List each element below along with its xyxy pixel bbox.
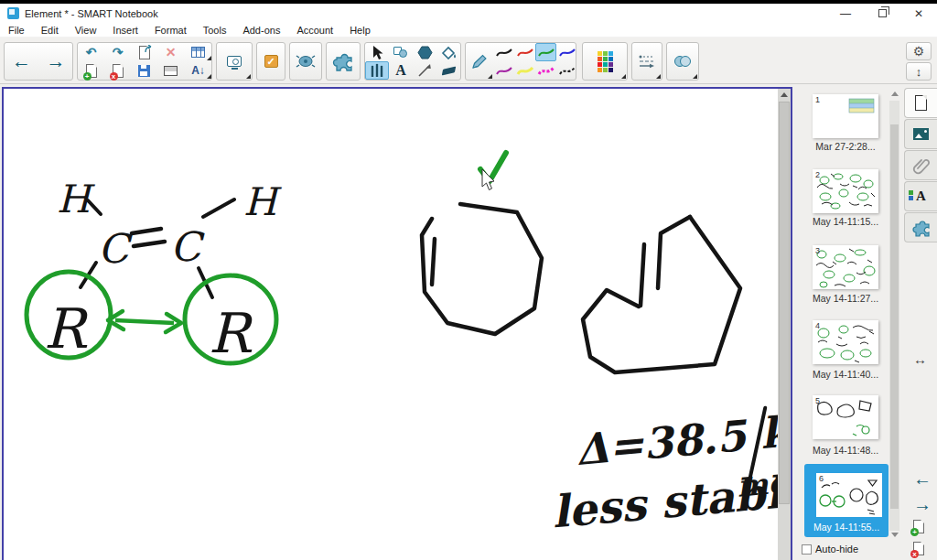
restore-icon bbox=[878, 9, 887, 17]
pencil-icon bbox=[470, 52, 489, 70]
autohide-checkbox[interactable] bbox=[802, 544, 812, 555]
marker-pink-button[interactable] bbox=[535, 61, 556, 80]
text-icon: A bbox=[395, 62, 406, 79]
move-toolbar-button[interactable]: ↕ bbox=[906, 62, 932, 81]
pen-style-red-button[interactable] bbox=[514, 43, 535, 61]
document-camera-button[interactable] bbox=[289, 42, 322, 81]
whiteboard-canvas[interactable]: H C C H R R bbox=[2, 87, 792, 560]
gallery-icon bbox=[913, 128, 929, 140]
redo-button[interactable]: ↷ bbox=[104, 43, 131, 61]
menu-account[interactable]: Account bbox=[288, 25, 341, 36]
pens-tool-button[interactable] bbox=[365, 61, 389, 80]
pen-style-black-button[interactable] bbox=[493, 43, 514, 61]
restore-button[interactable] bbox=[864, 4, 900, 23]
delete-page-button[interactable]: x bbox=[104, 61, 131, 80]
screen-shade-icon bbox=[164, 66, 178, 76]
thumbnails-scroll-thumb[interactable] bbox=[890, 124, 899, 509]
pen-style-purple-button[interactable] bbox=[493, 61, 514, 80]
menu-addons[interactable]: Add-ons bbox=[234, 25, 288, 36]
page-number: 4 bbox=[815, 321, 820, 330]
color-palette-button[interactable] bbox=[582, 42, 628, 81]
canvas-scroll-thumb[interactable] bbox=[779, 102, 790, 504]
activity-builder-button[interactable] bbox=[326, 42, 361, 81]
page-thumbnail-6-selected[interactable]: 6 May 14-11:55... bbox=[804, 464, 889, 537]
sort-text-button[interactable]: A↓ bbox=[184, 61, 212, 80]
h-right-label: H bbox=[243, 179, 282, 224]
line-style-button[interactable] bbox=[631, 42, 662, 81]
fill-tool-button[interactable] bbox=[436, 43, 460, 61]
shapes-icon bbox=[393, 46, 408, 59]
shapes-tool-button[interactable] bbox=[389, 43, 413, 61]
page-label-3: May 14-11:27... bbox=[794, 293, 897, 304]
paperclip-icon bbox=[912, 156, 931, 175]
menu-view[interactable]: View bbox=[67, 25, 105, 36]
page-thumbnail-4[interactable]: 4 bbox=[813, 320, 878, 364]
page-thumbnail-2[interactable]: 2 bbox=[813, 169, 878, 213]
tab-gallery[interactable] bbox=[904, 119, 937, 149]
pen-dashed-button[interactable] bbox=[556, 61, 577, 80]
eraser-tool-button[interactable] bbox=[436, 61, 460, 80]
main-area: H C C H R R bbox=[0, 84, 937, 560]
sidebar-add-page-button[interactable]: + bbox=[913, 520, 924, 537]
polygon-tool-button[interactable] bbox=[413, 43, 436, 61]
sidebar-next-page-button[interactable]: → bbox=[913, 494, 932, 515]
page-thumbnail-3[interactable]: 3 bbox=[813, 245, 878, 289]
pen-black-icon bbox=[495, 46, 513, 59]
r-right-label: R bbox=[209, 301, 253, 365]
green-arrow-shaft bbox=[115, 320, 174, 323]
scroll-up-icon[interactable] bbox=[781, 92, 788, 97]
previous-page-button[interactable]: ← bbox=[5, 43, 38, 80]
menu-help[interactable]: Help bbox=[341, 25, 379, 36]
line-style-icon bbox=[638, 53, 656, 70]
menu-tools[interactable]: Tools bbox=[195, 25, 235, 36]
screen-capture-button[interactable] bbox=[216, 42, 253, 81]
page-thumbnail-1[interactable]: 1 bbox=[813, 94, 878, 138]
menu-file[interactable]: File bbox=[0, 25, 33, 36]
thumbnails-scroll-up-icon[interactable] bbox=[891, 92, 899, 96]
r-left-label: R bbox=[44, 296, 89, 361]
shape-recognition-button[interactable] bbox=[666, 42, 699, 81]
menu-insert[interactable]: Insert bbox=[104, 25, 146, 36]
app-icon bbox=[7, 7, 19, 19]
pen-style-blue-button[interactable] bbox=[556, 43, 577, 61]
add-page-icon: + bbox=[86, 64, 97, 78]
menu-edit[interactable]: Edit bbox=[33, 25, 67, 36]
pen-style-green-button[interactable] bbox=[535, 43, 556, 61]
delete-button[interactable]: ✕ bbox=[157, 43, 184, 61]
page-sorter-panel: 1 Mar 27-2:28... 2 May 14-11:15... 3 bbox=[794, 84, 937, 560]
tab-page-sorter[interactable] bbox=[904, 88, 937, 118]
minimize-button[interactable]: — bbox=[827, 4, 864, 23]
canvas-scrollbar[interactable] bbox=[778, 89, 791, 560]
toolbar-settings-button[interactable]: ⚙ bbox=[906, 42, 932, 60]
c-right-label: C bbox=[170, 223, 205, 270]
tab-addons[interactable] bbox=[904, 212, 937, 242]
line-tool-button[interactable] bbox=[413, 61, 436, 80]
sidebar-resize-handle[interactable]: ↔ bbox=[913, 351, 927, 367]
shape-recognition-icon bbox=[673, 54, 693, 69]
thumbnails-scrollbar[interactable] bbox=[889, 101, 899, 531]
response-button[interactable]: ✓ bbox=[256, 42, 285, 81]
page-thumbnail-5[interactable]: 5 bbox=[813, 395, 878, 439]
sidebar-previous-page-button[interactable]: ← bbox=[913, 468, 932, 490]
add-page-button[interactable]: + bbox=[78, 61, 104, 80]
tab-properties[interactable]: A bbox=[904, 181, 937, 211]
select-tool-button[interactable] bbox=[365, 43, 389, 61]
close-button[interactable]: ✕ bbox=[900, 4, 937, 23]
screen-shade-button[interactable] bbox=[157, 61, 184, 80]
import-button[interactable] bbox=[131, 43, 157, 61]
thumbnails-scroll-down-icon[interactable] bbox=[891, 533, 899, 537]
forward-arrow-icon: → bbox=[47, 50, 66, 72]
sidebar-delete-page-button[interactable]: x bbox=[913, 542, 924, 559]
table-button[interactable] bbox=[184, 43, 212, 61]
ring-left-outline bbox=[422, 204, 542, 334]
save-button[interactable] bbox=[131, 61, 157, 80]
undo-button[interactable]: ↶ bbox=[78, 43, 104, 61]
pencil-button[interactable] bbox=[466, 43, 493, 80]
next-page-button[interactable]: → bbox=[39, 43, 72, 80]
tab-attachments[interactable] bbox=[904, 150, 937, 180]
thumb2-art bbox=[813, 169, 878, 213]
pen-style-yellow-button[interactable] bbox=[514, 61, 535, 80]
delete-page-icon: x bbox=[113, 64, 124, 78]
text-tool-button[interactable]: A bbox=[389, 61, 413, 80]
menu-format[interactable]: Format bbox=[146, 25, 195, 36]
